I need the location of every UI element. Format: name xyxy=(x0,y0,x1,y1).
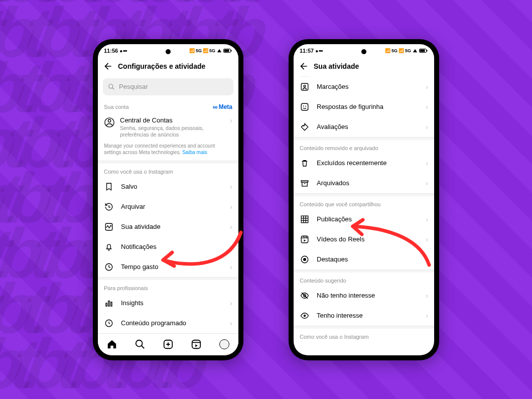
row-reviews[interactable]: Avaliações › xyxy=(294,117,434,137)
svg-rect-30 xyxy=(302,182,308,186)
row-label: Avaliações xyxy=(317,123,419,130)
archive-icon xyxy=(300,178,310,188)
row-your-activity[interactable]: Sua atividade › xyxy=(98,217,238,237)
chevron-right-icon: › xyxy=(230,203,232,211)
row-recently-deleted[interactable]: Excluídos recentemente › xyxy=(294,153,434,173)
svg-point-42 xyxy=(303,258,306,261)
row-label: Arquivados xyxy=(317,179,419,187)
row-sticker-replies[interactable]: Respostas de figurinha › xyxy=(294,97,434,117)
svg-rect-22 xyxy=(420,49,425,52)
page-title: Sua atividade xyxy=(314,62,359,70)
accounts-center-footer: Manage your connected experiences and ac… xyxy=(98,143,238,161)
bars-icon xyxy=(104,298,114,308)
status-net-2: 5G xyxy=(209,48,215,53)
chevron-right-icon: › xyxy=(230,299,232,307)
accounts-center-icon xyxy=(104,116,115,127)
accounts-center-title: Central de Contas xyxy=(120,116,225,124)
svg-line-14 xyxy=(142,346,145,349)
back-button[interactable] xyxy=(299,61,309,71)
nav-home-icon[interactable] xyxy=(106,339,117,350)
search-placeholder: Pesquisar xyxy=(119,83,148,90)
row-label: Excluídos recentemente xyxy=(317,159,419,167)
price-tag-icon xyxy=(300,122,310,132)
status-net-2: 5G xyxy=(405,48,411,53)
chevron-right-icon: › xyxy=(426,179,428,187)
svg-point-3 xyxy=(109,84,113,88)
tag-person-icon xyxy=(300,82,310,92)
row-time-spent[interactable]: Tempo gasto › xyxy=(98,257,238,277)
sticker-icon xyxy=(300,102,310,112)
row-insights[interactable]: Insights › xyxy=(98,293,238,313)
learn-more-link[interactable]: Saiba mais xyxy=(182,150,207,155)
svg-rect-10 xyxy=(108,301,109,306)
svg-rect-25 xyxy=(301,103,308,110)
bottom-nav xyxy=(98,333,238,355)
search-input[interactable]: Pesquisar xyxy=(103,78,233,95)
section-your-account: Sua conta xyxy=(104,104,129,110)
row-label: Sua atividade xyxy=(121,223,223,230)
row-label: Destaques xyxy=(317,255,419,263)
accounts-center-subtitle: Senha, segurança, dados pessoais, prefer… xyxy=(120,125,225,139)
row-saved[interactable]: Salvo › xyxy=(98,177,238,197)
highlight-icon xyxy=(300,254,310,264)
svg-rect-1 xyxy=(231,50,232,51)
status-net-1: 5G xyxy=(391,48,397,53)
row-label: Marcações xyxy=(317,83,419,90)
svg-rect-32 xyxy=(301,216,308,223)
row-notifications[interactable]: Notificações › xyxy=(98,237,238,257)
svg-rect-11 xyxy=(111,302,112,306)
camera-cutout xyxy=(361,49,366,54)
chevron-right-icon: › xyxy=(426,255,428,263)
row-posts[interactable]: Publicações › xyxy=(294,209,434,229)
nav-create-icon[interactable] xyxy=(163,339,174,350)
row-interested[interactable]: Tenho interesse › xyxy=(294,306,434,326)
svg-point-13 xyxy=(136,340,143,347)
nav-search-icon[interactable] xyxy=(135,339,146,350)
row-archived[interactable]: Arquivados › xyxy=(294,173,434,193)
row-tags[interactable]: Marcações › xyxy=(294,77,434,97)
row-scheduled-content[interactable]: Conteúdo programado › xyxy=(98,313,238,333)
history-icon xyxy=(104,202,114,212)
row-reels-videos[interactable]: Vídeos do Reels › xyxy=(294,229,434,249)
chevron-right-icon: › xyxy=(230,263,232,271)
scheduled-icon xyxy=(104,318,114,328)
svg-point-27 xyxy=(305,105,306,106)
reels-icon xyxy=(300,234,310,244)
chevron-right-icon: › xyxy=(230,223,232,231)
back-button[interactable] xyxy=(103,61,113,71)
page-title: Configurações e atividade xyxy=(118,62,205,70)
nav-profile-icon[interactable] xyxy=(219,339,230,350)
chevron-right-icon: › xyxy=(230,319,232,327)
chevron-right-icon: › xyxy=(426,123,428,131)
row-label: Arquivar xyxy=(121,203,223,210)
chevron-right-icon: › xyxy=(230,243,232,251)
svg-line-4 xyxy=(112,87,114,89)
row-archive[interactable]: Arquivar › xyxy=(98,197,238,217)
chevron-right-icon: › xyxy=(426,83,428,91)
section-usage: Como você usa o Instagram xyxy=(104,169,173,175)
nav-reels-icon[interactable] xyxy=(191,339,202,350)
row-label: Insights xyxy=(121,299,223,307)
trash-icon xyxy=(300,158,310,168)
svg-point-5 xyxy=(108,119,110,122)
row-highlights[interactable]: Destaques › xyxy=(294,249,434,270)
phone-right: 11:57 ● ••• 📶 5G 📶 5G Sua atividade xyxy=(289,39,439,360)
chevron-right-icon: › xyxy=(230,183,232,191)
svg-rect-9 xyxy=(106,303,107,306)
clock-icon xyxy=(104,262,114,272)
section-removed: Conteúdo removido e arquivado xyxy=(300,145,378,151)
row-label: Salvo xyxy=(121,183,223,190)
row-label: Respostas de figurinha xyxy=(317,103,419,110)
chevron-right-icon: › xyxy=(426,312,428,320)
row-not-interested[interactable]: Não tenho interesse › xyxy=(294,286,434,306)
section-shared: Conteúdo que você compartilhou xyxy=(300,201,380,207)
bookmark-icon xyxy=(104,182,114,192)
accounts-center-row[interactable]: Central de Contas Senha, segurança, dado… xyxy=(98,113,238,143)
phone-left: 11:56 ● ••• 📶 5G 📶 5G Configurações e at… xyxy=(93,39,243,360)
chevron-right-icon: › xyxy=(426,159,428,167)
chevron-right-icon: › xyxy=(426,235,428,243)
svg-point-24 xyxy=(304,85,306,87)
chevron-right-icon: › xyxy=(426,215,428,223)
row-label: Notificações xyxy=(121,243,223,250)
status-time: 11:57 xyxy=(300,48,314,54)
